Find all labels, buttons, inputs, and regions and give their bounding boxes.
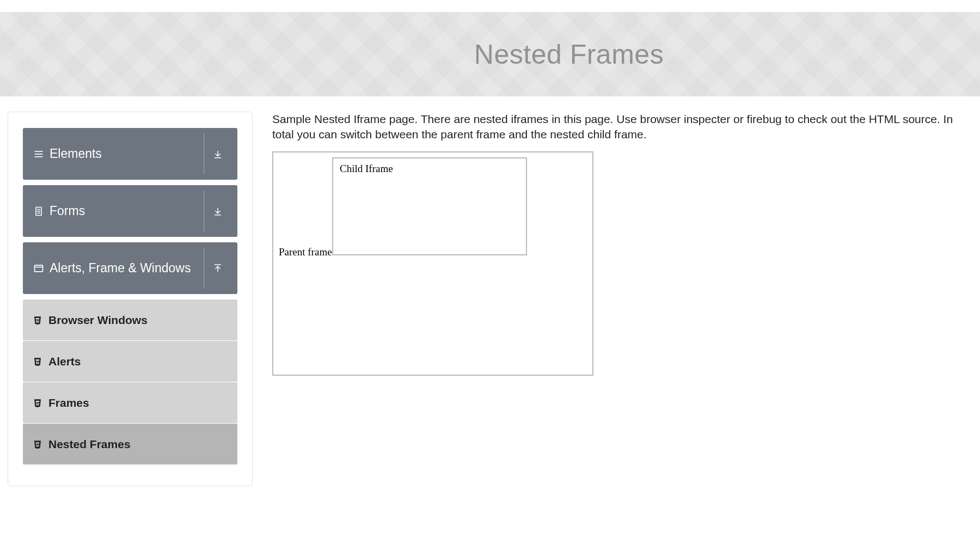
arrow-down-icon [213,149,223,159]
submenu-item-nested-frames[interactable]: Nested Frames [23,424,237,464]
page-title: Nested Frames [474,39,664,70]
submenu-item-browser-windows[interactable]: Browser Windows [23,299,237,340]
submenu-item-alerts[interactable]: Alerts [23,341,237,382]
clipboard-icon [33,206,44,217]
arrow-down-icon [213,206,223,216]
submenu-label: Browser Windows [48,314,148,327]
accordion-label-forms: Forms [50,204,85,218]
accordion-header-left: Alerts, Frame & Windows [23,261,204,276]
submenu-label: Frames [48,396,89,409]
submenu-label: Nested Frames [48,438,131,451]
menu-icon [33,149,44,160]
submenu-item-frames[interactable]: Frames [23,382,237,423]
expand-toggle-elements[interactable] [204,133,231,174]
accordion-forms[interactable]: Forms [23,185,237,237]
sidebar: Elements [8,112,253,486]
accordion-label-elements: Elements [50,146,102,161]
submenu-label: Alerts [48,355,81,368]
submenu-alerts-frame-windows: Browser Windows Alerts Frames [23,299,237,464]
parent-iframe: Parent frame Child Iframe [272,151,593,376]
accordion-label-alerts: Alerts, Frame & Windows [50,261,191,276]
collapse-toggle-alerts[interactable] [204,248,231,289]
html5-icon [33,398,42,408]
html5-icon [33,439,42,449]
main-content: Sample Nested Iframe page. There are nes… [272,112,972,486]
html5-icon [33,357,42,366]
accordion-elements[interactable]: Elements [23,128,237,180]
accordion-header-left: Elements [23,146,204,161]
html5-icon [33,315,42,325]
child-frame-text: Child Iframe [340,163,393,174]
expand-toggle-forms[interactable] [204,191,231,231]
content-wrapper: Elements [0,96,980,486]
accordion-alerts-frame-windows[interactable]: Alerts, Frame & Windows [23,242,237,294]
svg-rect-11 [35,265,43,272]
accordion-header-left: Forms [23,204,204,218]
window-icon [33,263,44,274]
parent-frame-text: Parent frame [279,246,332,258]
page-description: Sample Nested Iframe page. There are nes… [272,112,961,143]
arrow-up-icon [213,264,223,273]
child-iframe: Child Iframe [332,157,527,255]
page-banner: Nested Frames [0,12,980,96]
